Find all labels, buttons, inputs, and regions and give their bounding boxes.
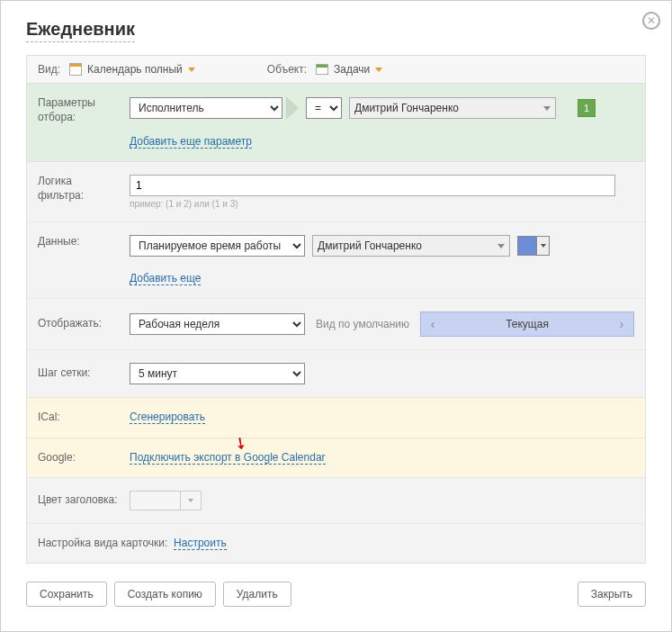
logic-hint: пример: (1 и 2) или (1 и 3) [130,199,615,209]
view-value: Календарь полный [87,63,183,76]
view-label: Вид: [38,63,60,76]
add-data-link[interactable]: Добавить еще [130,272,201,285]
chevron-down-icon [497,244,505,248]
tasks-icon [316,64,328,75]
ical-label: ICal: [38,411,119,425]
header-color-label: Цвет заголовка: [38,493,119,508]
grid-label: Шаг сетки: [38,366,119,381]
google-row: Google: Подключить экспорт в Google Cale… [27,438,645,478]
settings-section: Параметры отбора: Исполнитель = Дмитрий … [26,84,646,564]
dialog-footer: Сохранить Создать копию Удалить Закрыть [26,582,646,607]
filter-operator-select[interactable]: = [306,97,342,119]
data-value-select[interactable]: Дмитрий Гончаренко [312,235,510,257]
logic-input[interactable] [130,175,615,196]
dialog-title: Ежедневник [26,19,135,42]
logic-row: Логика фильтра: пример: (1 и 2) или (1 и… [27,161,645,221]
data-color-picker[interactable] [517,236,550,256]
close-icon[interactable]: ✕ [642,12,660,30]
data-row: Данные: Планируемое время работы Дмитрий… [27,221,645,298]
chevron-down-icon [375,68,382,72]
grid-step-select[interactable]: 5 минут [130,363,305,384]
filter-label: Параметры отбора: [38,96,119,124]
data-label: Данные: [38,235,119,249]
object-dropdown[interactable]: Задачи [316,63,382,76]
header-color-picker[interactable] [130,491,202,510]
color-swatch-empty [130,492,180,510]
filter-field-select[interactable]: Исполнитель [130,97,282,119]
object-value: Задачи [334,63,370,76]
next-period-button[interactable]: › [610,312,633,336]
calendar-icon [69,63,82,76]
close-button[interactable]: Закрыть [578,582,646,607]
add-filter-link[interactable]: Добавить еще параметр [130,135,252,149]
ical-row: ICal: Сгенерировать [27,397,645,438]
card-configure-link[interactable]: Настроить [174,537,227,550]
object-label: Объект: [267,63,307,76]
header-color-row: Цвет заголовка: [27,477,645,523]
period-current[interactable]: Текущая [444,318,610,330]
display-select[interactable]: Рабочая неделя [130,313,305,335]
google-label: Google: [38,451,119,465]
period-navigator: ‹ Текущая › [420,311,634,337]
logic-label: Логика фильтра: [38,175,119,203]
grid-row: Шаг сетки: 5 минут [27,349,645,397]
toolbar: Вид: Календарь полный Объект: Задачи [26,55,646,84]
color-swatch [517,236,537,256]
prev-period-button[interactable]: ‹ [421,312,444,336]
chevron-down-icon [543,106,551,111]
delete-button[interactable]: Удалить [223,582,291,607]
google-export-link[interactable]: Подключить экспорт в Google Calendar [130,451,326,465]
chevron-down-icon [180,492,200,510]
view-dropdown[interactable]: Календарь полный [69,63,195,76]
card-view-row: Настройка вида карточки: Настроить [27,523,645,563]
filter-row: Параметры отбора: Исполнитель = Дмитрий … [27,84,645,161]
display-label: Отображать: [38,317,119,331]
card-view-label: Настройка вида карточки: [38,537,167,549]
default-view-label: Вид по умолчанию [316,318,409,330]
copy-button[interactable]: Создать копию [114,582,216,607]
arrow-separator-icon [286,96,299,120]
ical-generate-link[interactable]: Сгенерировать [130,411,205,424]
chevron-down-icon [537,236,550,256]
data-field-select[interactable]: Планируемое время работы [130,235,305,257]
chevron-down-icon [188,68,195,72]
dialog-window: ✕ Ежедневник Вид: Календарь полный Объек… [0,0,672,632]
save-button[interactable]: Сохранить [26,582,107,607]
filter-index-badge: 1 [578,99,596,117]
display-row: Отображать: Рабочая неделя Вид по умолча… [27,298,645,349]
filter-value-select[interactable]: Дмитрий Гончаренко [349,97,556,119]
